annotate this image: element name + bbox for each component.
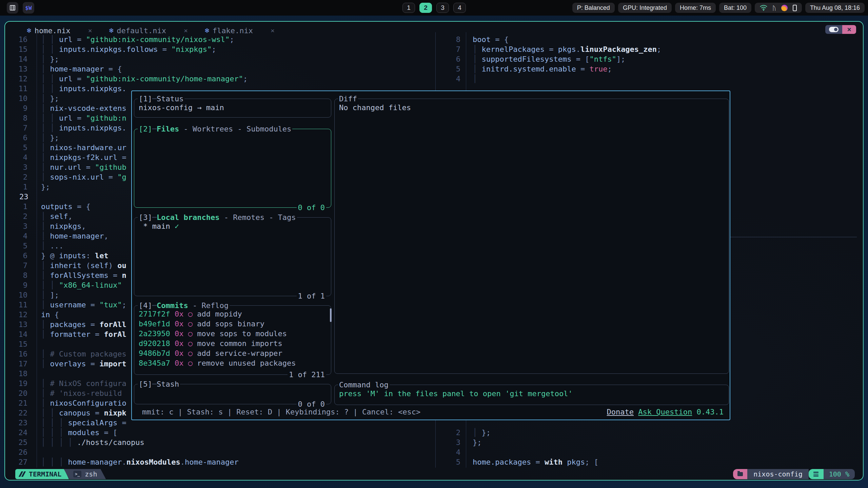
tab-close-icon[interactable]: × <box>271 26 275 35</box>
commits-scrollbar[interactable] <box>330 308 332 322</box>
line-number: 15 <box>5 44 27 54</box>
lazygit-command-log-panel[interactable]: press 'M' in the files panel to open 'gi… <box>334 385 729 405</box>
code-token: initrd.systemd.enable <box>482 65 576 73</box>
code-token: = [ <box>99 428 117 437</box>
ask-question-link[interactable]: Ask Question <box>638 408 692 416</box>
line-number: 15 <box>5 339 27 349</box>
commit-row[interactable]: b49ef1d 0x ○ add sops binary <box>134 319 331 329</box>
lazygit-branches-panel[interactable]: * main ✓ [3]─Local branches - Remotes - … <box>134 217 331 296</box>
code-token: │ │ <box>41 75 59 83</box>
code-token: ; <box>230 35 234 44</box>
panel-title: Diff <box>338 94 358 104</box>
code-token: │ <box>41 65 50 73</box>
workspace-button-2[interactable]: 2 <box>419 3 432 13</box>
tab-home.nix[interactable]: ❄home.nix× <box>27 26 92 35</box>
line-number: 22 <box>5 408 27 418</box>
code-token: ( <box>86 261 90 270</box>
panel-dash: ─ <box>152 213 157 222</box>
code-text <box>27 192 41 202</box>
commit-row[interactable]: 8e345a7 0x ○ remove unused packages <box>134 358 331 368</box>
terminal-window: ❄home.nix×❄default.nix×❄flake.nix× × 16│… <box>4 21 864 481</box>
workspace-button-3[interactable]: 3 <box>436 3 449 13</box>
code-token: "github:n <box>86 114 126 122</box>
panel-name[interactable]: Files <box>157 125 179 133</box>
lazygit-stash-panel[interactable]: [5]─Stash0 of 0 <box>134 384 331 404</box>
donate-link[interactable]: Donate <box>607 408 634 416</box>
line-number: 14 <box>5 54 27 64</box>
commit-row[interactable]: d920218 0x ○ move common imports <box>134 339 331 348</box>
tab-close-icon[interactable]: × <box>184 26 188 35</box>
commit-push-marker: 0x <box>170 310 188 318</box>
code-token: }; <box>473 438 482 447</box>
line-number: 6 <box>5 251 27 261</box>
code-token: }; <box>50 134 59 142</box>
code-token: │ <box>473 75 477 83</box>
app-launcher-button[interactable] <box>7 2 18 14</box>
code-token: inherit <box>50 261 86 270</box>
commit-graph-icon: ○ <box>188 359 197 367</box>
code-token: │ <box>41 94 50 103</box>
workspace-badge-button[interactable]: $W <box>23 2 34 14</box>
code-text: │ ]; <box>27 290 59 300</box>
code-token: nixpkgs <box>50 222 82 230</box>
code-token: │ <box>41 173 50 181</box>
phone-icon[interactable] <box>793 5 797 11</box>
lazygit-files-panel[interactable]: [2]─Files - Worktrees - Submodules0 of 0 <box>134 129 331 208</box>
code-token: }; <box>41 183 50 191</box>
bluetooth-icon[interactable]: ᚢ <box>772 4 776 12</box>
progress-label: 100 % <box>824 469 855 479</box>
toggle-switch-icon <box>829 27 839 32</box>
code-token: boot <box>473 35 491 44</box>
code-token: │ <box>41 143 50 152</box>
code-text: │ │ │ specialArgs = <box>27 418 126 428</box>
tab-label: flake.nix <box>213 26 253 35</box>
line-number: 27 <box>5 457 27 467</box>
pane-split-horizontal[interactable] <box>717 237 857 237</box>
panel-tabs[interactable]: - Reflog <box>188 301 229 310</box>
wifi-icon[interactable] <box>760 5 767 11</box>
code-token: ]; <box>616 55 626 63</box>
commit-row[interactable]: 2a23950 0x ○ move sops to modules <box>134 329 331 339</box>
line-number: 5 <box>5 143 27 152</box>
panel-count: 1 of 1 <box>297 291 326 301</box>
code-token: : <box>86 251 95 260</box>
code-token: │ <box>41 291 50 299</box>
code-token: ; <box>243 75 248 83</box>
line-number: 20 <box>5 388 27 398</box>
line-number: 12 <box>5 74 27 84</box>
shell-label: zsh <box>85 470 97 478</box>
panel-count: 0 of 0 <box>297 203 326 212</box>
status-pill-0: P: Balanced <box>572 3 615 13</box>
panel-tabs[interactable]: - Worktrees - Submodules <box>179 125 291 133</box>
code-token: }; <box>50 94 59 103</box>
lazygit-status-panel[interactable]: nixos-config → main [1]─Status <box>134 99 331 118</box>
code-token: "github <box>95 163 126 171</box>
code-token: } @ <box>41 251 59 260</box>
commit-row[interactable]: 9486b7d 0x ○ add service-wrapper <box>134 348 331 358</box>
tab-flake.nix[interactable]: ❄flake.nix× <box>205 26 275 35</box>
code-token: │ │ <box>41 45 59 54</box>
workspace-button-4[interactable]: 4 <box>453 3 466 13</box>
code-token: url <box>59 75 73 83</box>
line-number: 4 <box>5 152 27 162</box>
commit-graph-icon: ○ <box>188 349 197 358</box>
panel-tabs[interactable]: - Remotes - Tags <box>219 213 296 222</box>
panel-count: 1 of 211 <box>288 370 326 380</box>
window-toggle-button[interactable] <box>825 25 842 34</box>
media-icon[interactable] <box>781 5 788 11</box>
commit-row[interactable]: 2717f2f 0x ○ add mopidy <box>134 309 331 319</box>
window-close-button[interactable]: × <box>842 25 856 34</box>
code-token: │ │ │ <box>41 428 68 437</box>
code-token: = <box>86 360 99 368</box>
code-text <box>27 339 41 349</box>
lazygit-commits-panel[interactable]: 2717f2f 0x ○ add mopidyb49ef1d 0x ○ add … <box>134 305 331 375</box>
commit-message: add sops binary <box>197 320 264 328</box>
code-token: = { <box>104 65 122 73</box>
line-number: 3 <box>441 438 460 447</box>
lazygit-diff-panel[interactable]: No changed files Diff <box>334 99 729 374</box>
line-number: 9 <box>5 103 27 113</box>
tab-close-icon[interactable]: × <box>88 26 92 35</box>
code-token: let <box>95 251 108 260</box>
workspace-button-1[interactable]: 1 <box>402 3 415 13</box>
tab-default.nix[interactable]: ❄default.nix× <box>109 26 188 35</box>
